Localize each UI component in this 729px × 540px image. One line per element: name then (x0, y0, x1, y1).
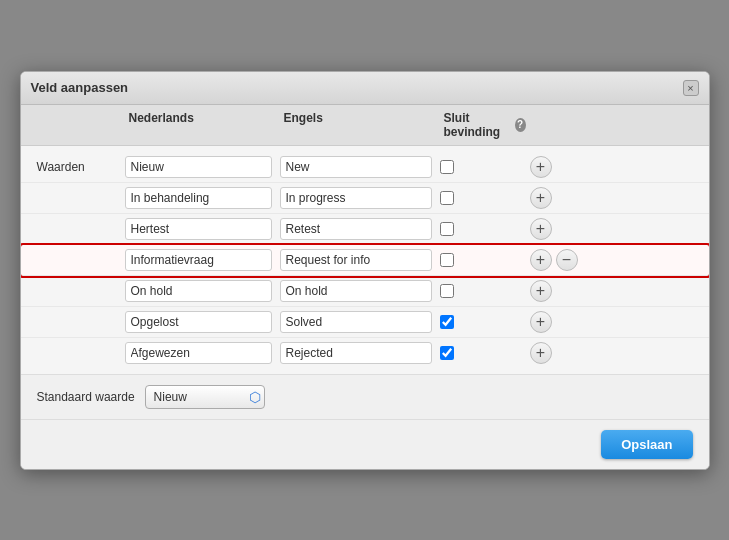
section-label: Waarden (21, 160, 121, 174)
row-close-cell (436, 284, 526, 298)
table-row: + (21, 183, 709, 214)
en-input[interactable] (280, 280, 432, 302)
close-checkbox[interactable] (440, 191, 454, 205)
add-row-button[interactable]: + (530, 156, 552, 178)
row-close-cell (436, 253, 526, 267)
close-checkbox[interactable] (440, 315, 454, 329)
row-actions-cell: + (526, 280, 596, 302)
nl-input[interactable] (125, 311, 272, 333)
row-close-cell (436, 315, 526, 329)
row-nl-cell (121, 342, 276, 364)
table-row: + (21, 307, 709, 338)
nl-input[interactable] (125, 218, 272, 240)
nl-input[interactable] (125, 187, 272, 209)
row-en-cell (276, 249, 436, 271)
default-value-select[interactable]: Nieuw In behandeling Hertest Informatiev… (145, 385, 265, 409)
col-header-en: Engels (276, 111, 436, 139)
close-checkbox[interactable] (440, 222, 454, 236)
add-row-button[interactable]: + (530, 311, 552, 333)
add-row-button[interactable]: + (530, 280, 552, 302)
row-en-cell (276, 187, 436, 209)
dialog-titlebar: Veld aanpassen × (21, 72, 709, 105)
row-en-cell (276, 156, 436, 178)
row-close-cell (436, 222, 526, 236)
en-input[interactable] (280, 187, 432, 209)
row-actions-cell: + (526, 187, 596, 209)
row-en-cell (276, 280, 436, 302)
nl-input[interactable] (125, 280, 272, 302)
close-checkbox[interactable] (440, 253, 454, 267)
row-actions-cell: + (526, 342, 596, 364)
row-close-cell (436, 160, 526, 174)
row-actions-cell: + (526, 218, 596, 240)
en-input[interactable] (280, 156, 432, 178)
row-close-cell (436, 346, 526, 360)
col-header-close: Sluit bevinding ? (436, 111, 526, 139)
row-nl-cell (121, 156, 276, 178)
en-input[interactable] (280, 249, 432, 271)
row-nl-cell (121, 311, 276, 333)
close-checkbox[interactable] (440, 284, 454, 298)
row-nl-cell (121, 218, 276, 240)
dialog-footer: Opslaan (21, 419, 709, 469)
table-header: Nederlands Engels Sluit bevinding ? (21, 105, 709, 146)
table-row: + (21, 338, 709, 368)
row-actions-cell: + (526, 311, 596, 333)
row-en-cell (276, 311, 436, 333)
table-row: Waarden + (21, 152, 709, 183)
row-close-cell (436, 191, 526, 205)
row-nl-cell (121, 249, 276, 271)
add-row-button[interactable]: + (530, 218, 552, 240)
nl-input[interactable] (125, 342, 272, 364)
row-nl-cell (121, 187, 276, 209)
add-row-button[interactable]: + (530, 249, 552, 271)
row-actions-cell: + (526, 156, 596, 178)
close-checkbox[interactable] (440, 160, 454, 174)
en-input[interactable] (280, 218, 432, 240)
en-input[interactable] (280, 311, 432, 333)
nl-input[interactable] (125, 249, 272, 271)
dialog: Veld aanpassen × Nederlands Engels Sluit… (20, 71, 710, 470)
col-close-label: Sluit bevinding (444, 111, 511, 139)
row-en-cell (276, 218, 436, 240)
col-header-actions (526, 111, 596, 139)
row-nl-cell (121, 280, 276, 302)
table-row-highlighted: + − (21, 245, 709, 276)
add-row-button[interactable]: + (530, 342, 552, 364)
table-row: + (21, 276, 709, 307)
default-value-section: Standaard waarde Nieuw In behandeling He… (21, 374, 709, 419)
en-input[interactable] (280, 342, 432, 364)
row-en-cell (276, 342, 436, 364)
row-actions-cell: + − (526, 249, 596, 271)
help-icon[interactable]: ? (515, 118, 526, 132)
close-button[interactable]: × (683, 80, 699, 96)
close-checkbox[interactable] (440, 346, 454, 360)
remove-row-button[interactable]: − (556, 249, 578, 271)
table-row: + (21, 214, 709, 245)
footer-label: Standaard waarde (37, 390, 135, 404)
add-row-button[interactable]: + (530, 187, 552, 209)
save-button[interactable]: Opslaan (601, 430, 692, 459)
dialog-title: Veld aanpassen (31, 80, 129, 95)
col-header-nl: Nederlands (121, 111, 276, 139)
select-wrapper: Nieuw In behandeling Hertest Informatiev… (145, 385, 265, 409)
col-header-label (21, 111, 121, 139)
nl-input[interactable] (125, 156, 272, 178)
rows-section: Waarden + (21, 146, 709, 374)
